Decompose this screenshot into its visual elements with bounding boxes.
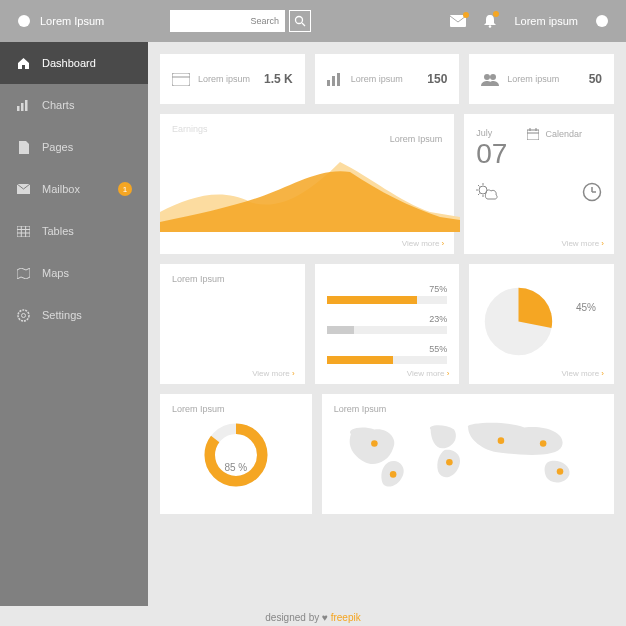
bars-card[interactable]: Lorem Ipsum View more — [160, 264, 305, 384]
card-title: Lorem Ipsum — [172, 274, 293, 284]
card-footer[interactable]: View more — [561, 239, 604, 248]
svg-line-30 — [478, 185, 480, 187]
date-day: 07 — [476, 138, 507, 170]
stat-card-2[interactable]: Lorem ipsum 150 — [315, 54, 460, 104]
search-input[interactable]: Search — [170, 10, 285, 32]
bar-chart — [172, 292, 293, 362]
card-footer[interactable]: View more — [252, 369, 295, 378]
svg-rect-6 — [25, 100, 28, 111]
topbar: Lorem Ipsum Search Lorem ipsum — [0, 0, 626, 42]
svg-rect-5 — [21, 103, 24, 111]
progress-value: 55 — [429, 344, 439, 354]
svg-rect-8 — [17, 226, 30, 237]
card-footer[interactable]: View more — [407, 369, 450, 378]
card-footer[interactable]: View more — [561, 369, 604, 378]
users-icon — [481, 73, 499, 86]
bell-icon[interactable] — [484, 14, 496, 28]
chart-icon — [16, 98, 30, 112]
earnings-card[interactable]: Earnings Lorem Ipsum View more — [160, 114, 454, 254]
mailbox-icon — [16, 182, 30, 196]
bell-badge — [493, 11, 499, 17]
logo-icon — [18, 15, 30, 27]
svg-point-38 — [371, 440, 378, 447]
svg-rect-19 — [337, 73, 340, 86]
search-icon — [294, 15, 306, 27]
progress-value: 23 — [429, 314, 439, 324]
pie-card[interactable]: 45% View more — [469, 264, 614, 384]
card-icon — [172, 73, 190, 86]
avatar[interactable] — [596, 15, 608, 27]
card-title: Earnings — [172, 124, 442, 134]
sidebar-item-label: Tables — [42, 225, 74, 237]
svg-rect-18 — [332, 76, 335, 86]
date-month: July — [476, 128, 507, 138]
donut-card[interactable]: Lorem Ipsum 85 % — [160, 394, 312, 514]
main-content: Lorem ipsum 1.5 K Lorem ipsum 150 Lorem … — [148, 42, 626, 606]
svg-point-43 — [556, 468, 563, 475]
sidebar-item-charts[interactable]: Charts — [0, 84, 148, 126]
sidebar-item-pages[interactable]: Pages — [0, 126, 148, 168]
progress-value: 75 — [429, 284, 439, 294]
map-card[interactable]: Lorem Ipsum — [322, 394, 614, 514]
svg-point-21 — [490, 74, 496, 80]
bars-icon — [327, 73, 343, 86]
svg-line-1 — [302, 23, 305, 26]
sidebar-item-maps[interactable]: Maps — [0, 252, 148, 294]
sidebar-item-label: Dashboard — [42, 57, 96, 69]
home-icon — [16, 56, 30, 70]
svg-point-0 — [296, 17, 303, 24]
sidebar-item-tables[interactable]: Tables — [0, 210, 148, 252]
page-icon — [16, 140, 30, 154]
pie-chart — [481, 284, 556, 359]
table-icon — [16, 224, 30, 238]
world-map — [334, 420, 602, 495]
brand-name: Lorem Ipsum — [40, 15, 160, 27]
svg-point-3 — [489, 25, 492, 28]
pie-value: 45% — [576, 302, 596, 313]
mail-icon[interactable] — [450, 15, 466, 27]
progress-card[interactable]: 75% 23% 55% View more — [315, 264, 460, 384]
search: Search — [170, 10, 311, 32]
area-chart — [160, 152, 460, 232]
sidebar-item-settings[interactable]: Settings — [0, 294, 148, 336]
mailbox-badge: 1 — [118, 182, 132, 196]
sidebar-item-dashboard[interactable]: Dashboard — [0, 42, 148, 84]
footer-brand[interactable]: freepik — [331, 612, 361, 623]
weather-icon — [476, 183, 498, 201]
svg-rect-15 — [172, 73, 190, 86]
sidebar-item-label: Mailbox — [42, 183, 80, 195]
sidebar-item-label: Pages — [42, 141, 73, 153]
sidebar-item-label: Charts — [42, 99, 74, 111]
gear-icon — [16, 308, 30, 322]
calendar-icon — [527, 128, 539, 140]
svg-point-39 — [390, 471, 397, 478]
topbar-right: Lorem ipsum — [450, 14, 608, 28]
svg-rect-4 — [17, 106, 20, 111]
svg-point-13 — [18, 310, 29, 321]
user-name[interactable]: Lorem ipsum — [514, 15, 578, 27]
svg-line-31 — [478, 194, 480, 196]
sidebar: Dashboard Charts Pages Mailbox 1 Tables … — [0, 42, 148, 606]
footer-text: designed by — [265, 612, 322, 623]
search-placeholder: Search — [250, 16, 279, 26]
search-button[interactable] — [289, 10, 311, 32]
mail-badge — [463, 12, 469, 18]
stat-value: 50 — [589, 72, 602, 86]
svg-point-40 — [446, 459, 453, 466]
stat-label: Lorem ipsum — [507, 74, 580, 84]
clock-icon — [582, 182, 602, 202]
card-subtitle: Lorem Ipsum — [172, 134, 442, 144]
card-footer[interactable]: View more — [402, 239, 445, 248]
page-footer: designed by ♥ freepik — [0, 606, 626, 626]
sidebar-item-mailbox[interactable]: Mailbox 1 — [0, 168, 148, 210]
stat-card-3[interactable]: Lorem ipsum 50 — [469, 54, 614, 104]
stat-card-1[interactable]: Lorem ipsum 1.5 K — [160, 54, 305, 104]
stat-label: Lorem ipsum — [351, 74, 420, 84]
svg-rect-17 — [327, 80, 330, 86]
map-icon — [16, 266, 30, 280]
stat-value: 150 — [427, 72, 447, 86]
sidebar-item-label: Settings — [42, 309, 82, 321]
date-card[interactable]: July 07 Calendar View more — [464, 114, 614, 254]
sidebar-item-label: Maps — [42, 267, 69, 279]
donut-value: 85 % — [160, 462, 312, 473]
